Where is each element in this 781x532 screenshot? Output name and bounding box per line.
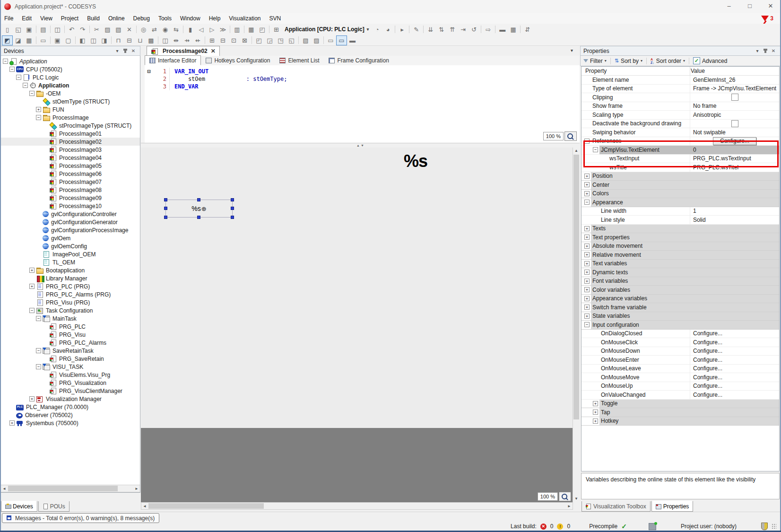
tree-item-processimage01[interactable]: ProcessImage01 bbox=[1, 130, 140, 138]
resize-handle[interactable] bbox=[231, 216, 234, 219]
copy-icon[interactable]: ▨ bbox=[102, 25, 113, 35]
maximize-button[interactable]: □ bbox=[739, 0, 760, 13]
new-project-icon[interactable]: ▯ bbox=[2, 25, 13, 35]
expand-icon[interactable]: + bbox=[584, 226, 590, 231]
splitter-down-icon[interactable]: ▼ bbox=[361, 144, 364, 147]
canvas-vscroll-thumb[interactable] bbox=[573, 155, 579, 419]
code-line[interactable]: 2 stOem : stOemType; bbox=[146, 75, 580, 83]
visualization-screen-icon[interactable]: ⊞ bbox=[271, 25, 282, 35]
tree-item-prg-saveretain[interactable]: PRG_SaveRetain bbox=[1, 355, 140, 363]
tree-item-processimage02[interactable]: ProcessImage02 bbox=[1, 138, 140, 146]
scroll-left-icon[interactable]: ◄ bbox=[1, 485, 8, 492]
tree-item-processimage03[interactable]: ProcessImage03 bbox=[1, 146, 140, 154]
scroll-left-icon[interactable]: ◄ bbox=[141, 503, 148, 509]
frame-element-icon[interactable]: ▭ bbox=[38, 35, 49, 45]
ungroup-icon[interactable]: ▢ bbox=[63, 35, 74, 45]
property-row-onmousedown[interactable]: OnMouseDownConfigure... bbox=[581, 347, 779, 356]
tree-item-stprocimagetype-struct[interactable]: stProcImageType (STRUCT) bbox=[1, 122, 140, 130]
property-row-scaling-type[interactable]: Scaling typeAnisotropic bbox=[581, 111, 779, 120]
zoom-select-icon[interactable]: ◪ bbox=[13, 35, 24, 45]
tree-item-visualization-manager[interactable]: +Visualization Manager bbox=[1, 395, 140, 403]
code-line[interactable]: ⊟1VAR_IN_OUT bbox=[146, 68, 580, 75]
distribute-1-icon[interactable]: ⊞ bbox=[207, 35, 217, 45]
color-table-icon[interactable]: ▦ bbox=[24, 35, 35, 45]
tree-item-gvloem[interactable]: gvlOem bbox=[1, 234, 140, 242]
messages-bar[interactable]: Messages - Total 0 error(s), 0 warning(s… bbox=[2, 513, 159, 523]
divider-box-icon[interactable]: ▭ bbox=[336, 35, 347, 45]
clear-bookmarks-icon[interactable]: ≫ bbox=[217, 25, 228, 35]
sort-by-dropdown[interactable]: Sort by bbox=[621, 58, 639, 64]
resize-handle[interactable] bbox=[197, 198, 200, 201]
tree-item-stoemtype-struct[interactable]: stOemType (STRUCT) bbox=[1, 97, 140, 105]
tree-item-prg-plc[interactable]: PRG_PLC bbox=[1, 323, 140, 331]
expand-icon[interactable]: + bbox=[593, 401, 598, 406]
menu-svn[interactable]: SVN bbox=[265, 13, 285, 24]
tree-item-processimage[interactable]: −ProcessImage bbox=[1, 113, 140, 122]
build-dropdown-icon[interactable]: ▦ bbox=[246, 25, 257, 35]
spacing-horizontal-icon[interactable]: ◫ bbox=[160, 35, 171, 45]
advanced-checkbox[interactable]: ✓ bbox=[693, 57, 700, 64]
spacing-decrease-icon[interactable]: ⇸ bbox=[182, 35, 192, 45]
scroll-right-icon[interactable]: ► bbox=[133, 485, 140, 492]
panel-menu-chevron-icon[interactable]: ▾ bbox=[754, 48, 761, 53]
property-row-jcmpvisu-textelement[interactable]: −JCmpVisu.TextElement0 bbox=[581, 146, 779, 155]
property-row-onmouseup[interactable]: OnMouseUpConfigure... bbox=[581, 382, 779, 391]
divider-horizontal-icon[interactable]: ▭ bbox=[325, 35, 336, 45]
menu-project[interactable]: Project bbox=[57, 13, 83, 24]
delete-icon[interactable]: ✕ bbox=[124, 25, 135, 35]
spacing-remove-icon[interactable]: ⇷ bbox=[192, 35, 203, 45]
property-row-onvaluechanged[interactable]: OnValueChangedConfigure... bbox=[581, 391, 779, 400]
property-row-toggle[interactable]: +Toggle bbox=[581, 400, 779, 409]
property-row-switch-frame-variable[interactable]: +Switch frame variable bbox=[581, 303, 779, 312]
property-row-line-width[interactable]: Line width1 bbox=[581, 207, 779, 216]
devices-horizontal-scrollbar[interactable]: ◄ ► bbox=[1, 485, 140, 492]
tab-overflow-chevron-icon[interactable]: ▾ bbox=[571, 48, 573, 53]
resize-grip[interactable] bbox=[772, 523, 776, 529]
print-icon[interactable]: ▤ bbox=[38, 25, 49, 35]
property-row-position[interactable]: +Position bbox=[581, 172, 779, 181]
tree-item-processimage08[interactable]: ProcessImage08 bbox=[1, 186, 140, 194]
canvas-horizontal-scrollbar[interactable]: ◄ ► bbox=[141, 502, 573, 510]
align-left-icon[interactable]: ◧ bbox=[77, 35, 88, 45]
pin-icon[interactable] bbox=[124, 49, 126, 53]
property-row-relative-movement[interactable]: +Relative movement bbox=[581, 251, 779, 260]
scroll-right-icon[interactable]: ► bbox=[566, 503, 573, 509]
undo-icon[interactable]: ↶ bbox=[66, 25, 77, 35]
property-row-show-frame[interactable]: Show frameNo frame bbox=[581, 102, 779, 111]
property-row-hotkey[interactable]: +Hotkey bbox=[581, 417, 779, 426]
expand-icon[interactable]: + bbox=[584, 279, 590, 284]
property-row-tap[interactable]: +Tap bbox=[581, 408, 779, 417]
tree-item-prg-visualization[interactable]: PRG_Visualization bbox=[1, 379, 140, 387]
property-row-text-properties[interactable]: +Text properties bbox=[581, 233, 779, 242]
canvas-zoom-level[interactable]: 100 % bbox=[538, 492, 558, 501]
property-row-appearance-variables[interactable]: +Appearance variables bbox=[581, 295, 779, 304]
tree-item-prg-plc-prg[interactable]: +PRG_PLC (PRG) bbox=[1, 282, 140, 290]
editor-zoom-magnifier-icon[interactable] bbox=[564, 131, 577, 141]
collapse-icon[interactable]: − bbox=[29, 308, 35, 313]
property-row-clipping[interactable]: Clipping bbox=[581, 93, 779, 102]
tree-item-maintask[interactable]: −MainTask bbox=[1, 314, 140, 323]
panel-close-icon[interactable]: ✕ bbox=[130, 48, 137, 53]
collapse-icon[interactable]: − bbox=[584, 322, 590, 327]
notification-funnel-icon[interactable] bbox=[761, 16, 769, 21]
collapse-icon[interactable]: − bbox=[593, 147, 598, 152]
replace-in-project-icon[interactable]: ⇆ bbox=[171, 25, 182, 35]
next-statement-icon[interactable]: ⇨ bbox=[483, 25, 494, 35]
resize-handle[interactable] bbox=[197, 216, 200, 219]
group-icon[interactable]: ▣ bbox=[52, 35, 63, 45]
align-middle-icon[interactable]: ⊟ bbox=[124, 35, 135, 45]
tree-item-prg-plc-alarms[interactable]: PRG_PLC_Alarms bbox=[1, 339, 140, 347]
property-row-wstitle[interactable]: wsTitlePRG_PLC.wsTitel bbox=[581, 163, 779, 172]
pin-icon[interactable] bbox=[764, 49, 766, 53]
monitor-icon[interactable]: ▬ bbox=[497, 25, 508, 35]
expand-icon[interactable]: + bbox=[584, 296, 590, 301]
menu-file[interactable]: File bbox=[0, 13, 17, 24]
menu-debug[interactable]: Debug bbox=[129, 13, 154, 24]
logout-icon[interactable]: ◕ bbox=[382, 25, 393, 35]
minimize-button[interactable]: – bbox=[719, 0, 739, 13]
property-row-wstextinput[interactable]: wsTextInputPRG_PLC.wsTextInput bbox=[581, 155, 779, 164]
resize-handle[interactable] bbox=[164, 216, 167, 219]
selected-text-element[interactable]: %s ⊕ bbox=[165, 200, 233, 218]
tree-item-gvlconfigurationprocessimage[interactable]: gvlConfigurationProcessImage bbox=[1, 226, 140, 234]
expand-icon[interactable]: + bbox=[584, 261, 590, 266]
